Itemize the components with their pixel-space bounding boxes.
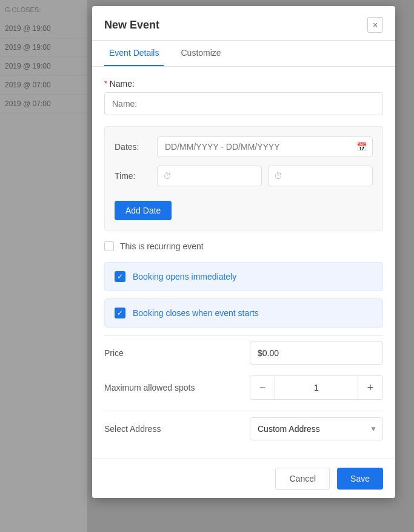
clock-start-icon: ⏱: [163, 171, 172, 181]
spots-decrement-button[interactable]: −: [250, 376, 275, 399]
time-end-input[interactable]: [268, 166, 373, 186]
recurring-checkbox[interactable]: [104, 241, 114, 251]
time-label: Time:: [115, 171, 157, 181]
time-end-wrapper: ⏱: [268, 166, 373, 186]
booking-opens-checkbox[interactable]: ✓: [115, 271, 125, 282]
divider-2: [104, 411, 383, 411]
name-input[interactable]: [104, 92, 383, 115]
address-select[interactable]: Custom Address: [250, 417, 383, 440]
modal-header: New Event ×: [92, 6, 395, 41]
spots-control: − 1 +: [250, 375, 383, 400]
time-start-input[interactable]: [157, 166, 262, 186]
spots-value: 1: [275, 377, 358, 399]
address-wrapper: Custom Address ▼: [250, 417, 383, 440]
date-input-wrapper: 📅: [157, 136, 373, 157]
divider-1: [104, 335, 383, 335]
dates-label: Dates:: [115, 142, 157, 152]
name-field-group: * Name:: [104, 79, 383, 115]
add-date-button[interactable]: Add Date: [115, 201, 172, 220]
calendar-icon: 📅: [356, 142, 367, 152]
modal-footer: Cancel Save: [92, 459, 395, 498]
spots-row: Maximum allowed spots − 1 +: [104, 375, 383, 400]
address-label: Select Address: [104, 424, 250, 434]
booking-closes-label: Booking closes when event starts: [133, 308, 259, 318]
required-star: *: [104, 79, 107, 88]
time-start-wrapper: ⏱: [157, 166, 262, 186]
clock-end-icon: ⏱: [274, 171, 282, 181]
name-label: * Name:: [104, 79, 383, 89]
price-label: Price: [104, 348, 250, 358]
booking-closes-checkbox[interactable]: ✓: [115, 308, 125, 318]
time-row: Time: ⏱ ⏱: [115, 166, 373, 186]
recurring-label: This is recurring event: [120, 241, 204, 251]
modal-title: New Event: [104, 19, 159, 32]
address-row: Select Address Custom Address ▼: [104, 417, 383, 440]
dates-section: Dates: 📅 Time: ⏱ ⏱: [104, 126, 383, 231]
price-input[interactable]: [250, 342, 383, 365]
spots-increment-button[interactable]: +: [358, 376, 382, 399]
dates-row: Dates: 📅: [115, 136, 373, 157]
recurring-row: This is recurring event: [104, 241, 383, 251]
price-row: Price: [104, 342, 383, 365]
tab-event-details[interactable]: Event Details: [104, 41, 164, 66]
save-button[interactable]: Save: [337, 468, 383, 490]
time-inputs: ⏱ ⏱: [157, 166, 373, 186]
modal-body: * Name: Dates: 📅 Time: ⏱: [92, 67, 395, 459]
close-button[interactable]: ×: [367, 17, 383, 33]
booking-opens-option: ✓ Booking opens immediately: [104, 262, 383, 291]
tab-customize[interactable]: Customize: [176, 41, 225, 66]
cancel-button[interactable]: Cancel: [275, 468, 330, 490]
booking-closes-option: ✓ Booking closes when event starts: [104, 298, 383, 328]
new-event-modal: New Event × Event Details Customize * Na…: [92, 6, 395, 498]
tabs-container: Event Details Customize: [92, 41, 395, 67]
spots-label: Maximum allowed spots: [104, 383, 250, 392]
date-input[interactable]: [157, 136, 373, 157]
booking-opens-label: Booking opens immediately: [133, 272, 236, 281]
